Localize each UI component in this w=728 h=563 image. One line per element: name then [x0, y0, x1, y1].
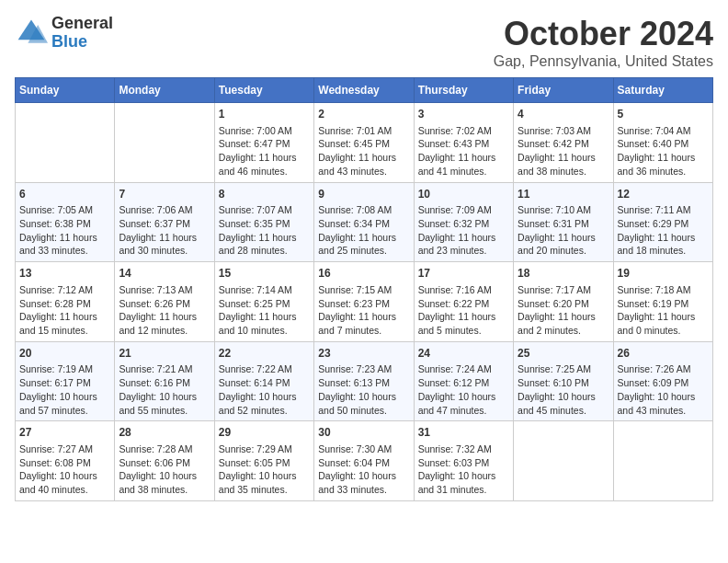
header-day-sunday: Sunday	[16, 78, 115, 103]
cell-content: Sunrise: 7:04 AM Sunset: 6:40 PM Dayligh…	[618, 124, 709, 178]
cell-content: Sunrise: 7:05 AM Sunset: 6:38 PM Dayligh…	[19, 203, 110, 258]
day-number: 18	[518, 266, 609, 282]
cell-content: Sunrise: 7:14 AM Sunset: 6:25 PM Dayligh…	[219, 283, 310, 338]
calendar-week-3: 13Sunrise: 7:12 AM Sunset: 6:28 PM Dayli…	[16, 262, 713, 342]
calendar-table: SundayMondayTuesdayWednesdayThursdayFrid…	[15, 77, 713, 501]
cell-content: Sunrise: 7:06 AM Sunset: 6:37 PM Dayligh…	[119, 203, 210, 258]
day-number: 17	[418, 266, 509, 282]
calendar-cell	[16, 103, 115, 183]
page-header: General Blue October 2024 Gap, Pennsylva…	[15, 15, 713, 70]
cell-content: Sunrise: 7:10 AM Sunset: 6:31 PM Dayligh…	[518, 203, 609, 258]
calendar-week-2: 6Sunrise: 7:05 AM Sunset: 6:38 PM Daylig…	[16, 182, 713, 262]
day-number: 5	[618, 107, 709, 122]
header-day-friday: Friday	[514, 78, 613, 103]
calendar-cell: 23Sunrise: 7:23 AM Sunset: 6:13 PM Dayli…	[314, 341, 414, 421]
cell-content: Sunrise: 7:28 AM Sunset: 6:06 PM Dayligh…	[119, 442, 210, 497]
logo-blue-text: Blue	[51, 33, 113, 52]
page-subtitle: Gap, Pennsylvania, United States	[494, 53, 713, 70]
day-number: 6	[19, 187, 110, 202]
day-number: 22	[219, 346, 310, 362]
calendar-cell: 26Sunrise: 7:26 AM Sunset: 6:09 PM Dayli…	[613, 341, 712, 421]
calendar-cell: 22Sunrise: 7:22 AM Sunset: 6:14 PM Dayli…	[214, 341, 313, 421]
calendar-cell	[613, 421, 712, 501]
page-title: October 2024	[494, 15, 713, 53]
cell-content: Sunrise: 7:24 AM Sunset: 6:12 PM Dayligh…	[418, 362, 509, 417]
calendar-cell: 17Sunrise: 7:16 AM Sunset: 6:22 PM Dayli…	[414, 262, 513, 342]
day-number: 1	[219, 107, 310, 122]
cell-content: Sunrise: 7:30 AM Sunset: 6:04 PM Dayligh…	[318, 442, 409, 497]
day-number: 19	[618, 266, 709, 282]
day-number: 28	[119, 425, 210, 441]
calendar-cell: 8Sunrise: 7:07 AM Sunset: 6:35 PM Daylig…	[214, 182, 313, 262]
logo: General Blue	[15, 15, 113, 52]
header-day-wednesday: Wednesday	[314, 78, 414, 103]
calendar-cell: 6Sunrise: 7:05 AM Sunset: 6:38 PM Daylig…	[16, 182, 115, 262]
day-number: 12	[618, 187, 709, 202]
day-number: 23	[318, 346, 409, 362]
day-number: 20	[19, 346, 110, 362]
cell-content: Sunrise: 7:19 AM Sunset: 6:17 PM Dayligh…	[19, 362, 110, 417]
calendar-week-1: 1Sunrise: 7:00 AM Sunset: 6:47 PM Daylig…	[16, 103, 713, 183]
day-number: 8	[219, 187, 310, 202]
calendar-cell: 21Sunrise: 7:21 AM Sunset: 6:16 PM Dayli…	[115, 341, 214, 421]
header-day-tuesday: Tuesday	[214, 78, 313, 103]
cell-content: Sunrise: 7:25 AM Sunset: 6:10 PM Dayligh…	[518, 362, 609, 417]
calendar-cell: 19Sunrise: 7:18 AM Sunset: 6:19 PM Dayli…	[613, 262, 712, 342]
cell-content: Sunrise: 7:00 AM Sunset: 6:47 PM Dayligh…	[219, 124, 310, 178]
cell-content: Sunrise: 7:03 AM Sunset: 6:42 PM Dayligh…	[518, 124, 609, 178]
day-number: 24	[418, 346, 509, 362]
day-number: 27	[19, 425, 110, 441]
day-number: 11	[518, 187, 609, 202]
cell-content: Sunrise: 7:23 AM Sunset: 6:13 PM Dayligh…	[318, 362, 409, 417]
calendar-cell: 14Sunrise: 7:13 AM Sunset: 6:26 PM Dayli…	[115, 262, 214, 342]
calendar-cell: 30Sunrise: 7:30 AM Sunset: 6:04 PM Dayli…	[314, 421, 414, 501]
calendar-cell: 20Sunrise: 7:19 AM Sunset: 6:17 PM Dayli…	[16, 341, 115, 421]
cell-content: Sunrise: 7:27 AM Sunset: 6:08 PM Dayligh…	[19, 442, 110, 497]
calendar-header: SundayMondayTuesdayWednesdayThursdayFrid…	[16, 78, 713, 103]
day-number: 16	[318, 266, 409, 282]
calendar-cell: 10Sunrise: 7:09 AM Sunset: 6:32 PM Dayli…	[414, 182, 513, 262]
day-number: 4	[518, 107, 609, 122]
cell-content: Sunrise: 7:32 AM Sunset: 6:03 PM Dayligh…	[418, 442, 509, 497]
calendar-cell: 2Sunrise: 7:01 AM Sunset: 6:45 PM Daylig…	[314, 103, 414, 183]
day-number: 7	[119, 187, 210, 202]
cell-content: Sunrise: 7:17 AM Sunset: 6:20 PM Dayligh…	[518, 283, 609, 338]
day-number: 3	[418, 107, 509, 122]
day-number: 21	[119, 346, 210, 362]
calendar-cell: 12Sunrise: 7:11 AM Sunset: 6:29 PM Dayli…	[613, 182, 712, 262]
calendar-cell: 31Sunrise: 7:32 AM Sunset: 6:03 PM Dayli…	[414, 421, 513, 501]
calendar-cell: 25Sunrise: 7:25 AM Sunset: 6:10 PM Dayli…	[514, 341, 613, 421]
calendar-cell: 9Sunrise: 7:08 AM Sunset: 6:34 PM Daylig…	[314, 182, 414, 262]
cell-content: Sunrise: 7:18 AM Sunset: 6:19 PM Dayligh…	[618, 283, 709, 338]
logo-general-text: General	[51, 15, 113, 33]
calendar-cell: 28Sunrise: 7:28 AM Sunset: 6:06 PM Dayli…	[115, 421, 214, 501]
cell-content: Sunrise: 7:12 AM Sunset: 6:28 PM Dayligh…	[19, 283, 110, 338]
title-block: October 2024 Gap, Pennsylvania, United S…	[494, 15, 713, 70]
calendar-cell	[115, 103, 214, 183]
calendar-week-5: 27Sunrise: 7:27 AM Sunset: 6:08 PM Dayli…	[16, 421, 713, 501]
cell-content: Sunrise: 7:21 AM Sunset: 6:16 PM Dayligh…	[119, 362, 210, 417]
cell-content: Sunrise: 7:08 AM Sunset: 6:34 PM Dayligh…	[318, 203, 409, 258]
day-number: 29	[219, 425, 310, 441]
calendar-week-4: 20Sunrise: 7:19 AM Sunset: 6:17 PM Dayli…	[16, 341, 713, 421]
day-number: 26	[618, 346, 709, 362]
cell-content: Sunrise: 7:11 AM Sunset: 6:29 PM Dayligh…	[618, 203, 709, 258]
cell-content: Sunrise: 7:26 AM Sunset: 6:09 PM Dayligh…	[618, 362, 709, 417]
calendar-cell: 24Sunrise: 7:24 AM Sunset: 6:12 PM Dayli…	[414, 341, 513, 421]
calendar-cell	[514, 421, 613, 501]
header-day-thursday: Thursday	[414, 78, 513, 103]
day-number: 30	[318, 425, 409, 441]
calendar-cell: 18Sunrise: 7:17 AM Sunset: 6:20 PM Dayli…	[514, 262, 613, 342]
calendar-cell: 13Sunrise: 7:12 AM Sunset: 6:28 PM Dayli…	[16, 262, 115, 342]
calendar-cell: 3Sunrise: 7:02 AM Sunset: 6:43 PM Daylig…	[414, 103, 513, 183]
cell-content: Sunrise: 7:15 AM Sunset: 6:23 PM Dayligh…	[318, 283, 409, 338]
day-number: 31	[418, 425, 509, 441]
day-number: 2	[318, 107, 409, 122]
cell-content: Sunrise: 7:29 AM Sunset: 6:05 PM Dayligh…	[219, 442, 310, 497]
cell-content: Sunrise: 7:09 AM Sunset: 6:32 PM Dayligh…	[418, 203, 509, 258]
logo-icon	[15, 17, 48, 50]
day-number: 14	[119, 266, 210, 282]
calendar-cell: 5Sunrise: 7:04 AM Sunset: 6:40 PM Daylig…	[613, 103, 712, 183]
cell-content: Sunrise: 7:22 AM Sunset: 6:14 PM Dayligh…	[219, 362, 310, 417]
cell-content: Sunrise: 7:13 AM Sunset: 6:26 PM Dayligh…	[119, 283, 210, 338]
